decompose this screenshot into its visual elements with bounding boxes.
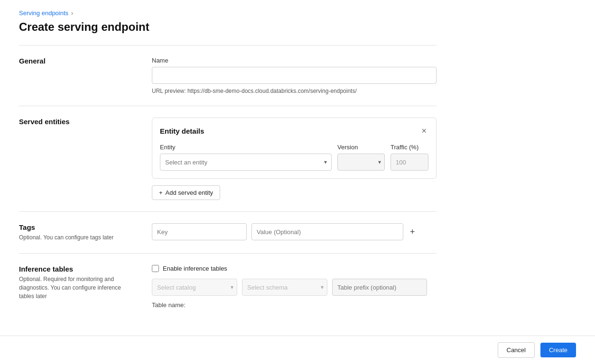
enable-inference-label[interactable]: Enable inference tables xyxy=(163,265,227,272)
entity-field: Entity xyxy=(160,144,332,171)
entity-select-input[interactable] xyxy=(160,154,332,171)
page-title: Create serving endpoint xyxy=(19,20,437,34)
tags-section-left: Tags Optional. You can configure tags la… xyxy=(19,223,152,242)
inference-tables-section: Inference tables Optional. Required for … xyxy=(19,253,437,320)
entity-details-close-button[interactable]: × xyxy=(419,126,428,136)
traffic-field: Traffic (%) xyxy=(390,144,428,171)
tags-label: Tags xyxy=(19,223,137,231)
catalog-select-wrapper: Select catalog xyxy=(152,279,237,296)
tag-value-input[interactable] xyxy=(251,223,403,240)
breadcrumb-chevron-icon: › xyxy=(71,10,73,17)
inference-tables-description: Optional. Required for monitoring and di… xyxy=(19,275,137,300)
add-entity-label: Add served entity xyxy=(166,189,213,196)
entity-card-header: Entity details × xyxy=(160,126,428,136)
served-entities-section-left: Served entities xyxy=(19,118,152,200)
tags-description: Optional. You can configure tags later xyxy=(19,233,137,242)
catalog-select[interactable]: Select catalog xyxy=(152,279,237,296)
entity-details-card: Entity details × Entity Version xyxy=(152,118,437,179)
version-select[interactable] xyxy=(337,154,385,171)
version-select-wrapper xyxy=(337,154,385,171)
tag-add-button[interactable]: + xyxy=(408,226,417,238)
entity-fields: Entity Version xyxy=(160,144,428,171)
tag-key-input[interactable] xyxy=(152,223,247,240)
name-field-label: Name xyxy=(152,57,437,64)
tags-section-right: + xyxy=(152,223,437,242)
name-input[interactable] xyxy=(152,67,437,84)
breadcrumb: Serving endpoints › xyxy=(19,9,437,17)
inference-tables-section-right: Enable inference tables Select catalog S… xyxy=(152,265,437,309)
served-entities-section: Served entities Entity details × Entity xyxy=(19,106,437,211)
schema-select[interactable]: Select schema xyxy=(242,279,327,296)
version-col-label: Version xyxy=(337,144,385,151)
inference-tables-section-left: Inference tables Optional. Required for … xyxy=(19,265,152,309)
general-section-right: Name URL preview: https://db-sme-demo-do… xyxy=(152,57,437,94)
general-label: General xyxy=(19,57,137,65)
table-name-row: Table name: xyxy=(152,301,437,309)
traffic-input[interactable] xyxy=(390,154,428,171)
enable-inference-checkbox[interactable] xyxy=(152,265,159,272)
general-section-left: General xyxy=(19,57,152,94)
table-name-label: Table name: xyxy=(152,301,186,309)
tags-section: Tags Optional. You can configure tags la… xyxy=(19,211,437,253)
entity-col-label: Entity xyxy=(160,144,332,151)
tags-row: + xyxy=(152,223,437,240)
version-field: Version xyxy=(337,144,385,171)
create-button[interactable]: Create xyxy=(540,343,576,357)
schema-select-wrapper: Select schema xyxy=(242,279,327,296)
table-prefix-input[interactable] xyxy=(332,279,427,296)
url-preview: URL preview: https://db-sme-demo-docs.cl… xyxy=(152,88,437,94)
entity-details-title: Entity details xyxy=(160,127,204,135)
served-entities-label: Served entities xyxy=(19,118,137,126)
cancel-button[interactable]: Cancel xyxy=(498,342,535,358)
served-entities-section-right: Entity details × Entity Version xyxy=(152,118,437,200)
inference-tables-label: Inference tables xyxy=(19,265,137,273)
traffic-col-label: Traffic (%) xyxy=(390,144,428,151)
general-section: General Name URL preview: https://db-sme… xyxy=(19,45,437,106)
entity-select-wrapper xyxy=(160,154,332,171)
enable-inference-row: Enable inference tables xyxy=(152,265,437,272)
inference-selects: Select catalog Select schema xyxy=(152,279,437,296)
add-entity-plus-icon: + xyxy=(159,189,163,196)
add-served-entity-button[interactable]: + Add served entity xyxy=(152,185,220,200)
footer: Cancel Create xyxy=(0,336,595,364)
breadcrumb-link[interactable]: Serving endpoints xyxy=(19,9,68,17)
